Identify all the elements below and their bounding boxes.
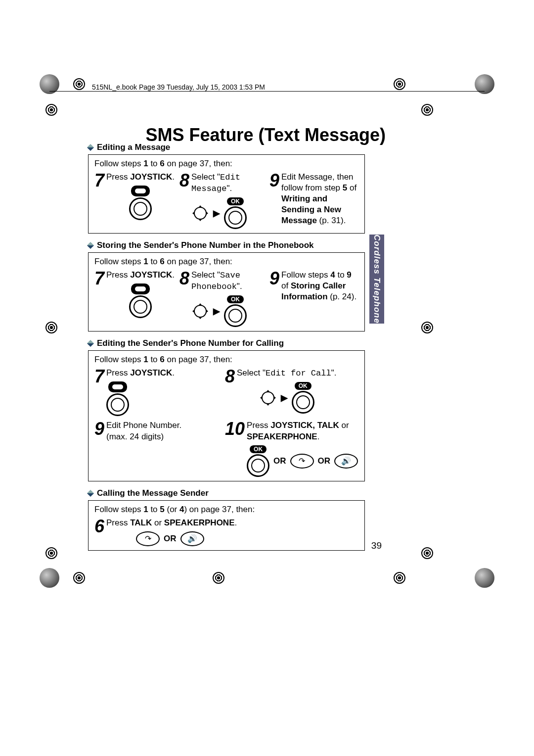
ok-badge: OK — [250, 445, 267, 453]
intro-text: Follow steps 1 to 6 on page 37, then: — [94, 257, 358, 267]
crop-mark — [213, 572, 224, 584]
section-title: Editing a Message — [97, 142, 170, 152]
crop-ball — [40, 568, 59, 588]
joystick-icon — [106, 186, 175, 220]
section-header-edit: Editing a Message — [88, 142, 365, 152]
nav-ok-icon: ▶ OK — [191, 295, 268, 327]
svg-point-2 — [262, 392, 274, 404]
page-number: 39 — [371, 540, 382, 551]
step-8: 8 Select "Save Phonebook". ▶ OK — [179, 270, 268, 327]
content-area: Editing a Message Follow steps 1 to 6 on… — [88, 136, 365, 551]
step-text: Press JOYSTICK. — [106, 270, 175, 281]
step-text: Edit Phone Number. (max. 24 digits) — [106, 420, 181, 442]
crop-mark — [421, 322, 433, 333]
steps-row: 7 Press JOYSTICK. 8 Select "Edit for Cal… — [94, 368, 358, 416]
step-9: 9 Follow steps 4 to 9 of Storing Caller … — [269, 270, 358, 327]
step-text: Select "Edit Message". — [191, 172, 268, 194]
or-label: OR — [318, 456, 331, 466]
step-number: 7 — [94, 172, 104, 189]
step-number: 9 — [94, 420, 104, 438]
crop-mark — [73, 572, 85, 584]
speakerphone-key-icon: 🔊 — [334, 454, 358, 469]
step-number: 8 — [225, 368, 235, 385]
intro-text: Follow steps 1 to 6 on page 37, then: — [94, 159, 358, 169]
ok-badge: OK — [295, 382, 312, 390]
joystick-icon — [106, 284, 175, 318]
steps-row: 7 Press JOYSTICK. 8 Select "Save Phonebo… — [94, 270, 358, 327]
talk-key-icon: ↷ — [290, 454, 314, 469]
step-8: 8 Select "Edit Message". ▶ OK — [179, 172, 268, 229]
step-6: 6 Press TALK or SPEAKERPHONE. ↷ OR 🔊 — [94, 518, 237, 546]
section-box-store: Follow steps 1 to 6 on page 37, then: 7 … — [88, 252, 365, 331]
step-number: 9 — [269, 172, 279, 189]
ok-badge: OK — [227, 197, 244, 205]
section-box-editcall: Follow steps 1 to 6 on page 37, then: 7 … — [88, 350, 365, 481]
steps-row: 7 Press JOYSTICK. 8 Select "Edit Message… — [94, 172, 358, 229]
svg-point-0 — [194, 207, 206, 219]
joystick-icon — [106, 381, 175, 416]
step-7: 7 Press JOYSTICK. — [94, 368, 223, 416]
step-text: Press JOYSTICK. — [106, 368, 175, 378]
step-7: 7 Press JOYSTICK. — [94, 270, 178, 327]
speakerphone-key-icon: 🔊 — [180, 531, 204, 546]
header-underline — [49, 91, 485, 92]
step-8: 8 Select "Edit for Call". ▶ OK — [225, 368, 358, 416]
section-title: Storing the Sender's Phone Number in the… — [97, 240, 314, 250]
nav-ok-icon: ▶ OK — [191, 197, 268, 229]
step-number: 7 — [94, 368, 104, 385]
section-title: Editing the Sender's Phone Number for Ca… — [97, 338, 284, 348]
ok-badge: OK — [227, 295, 244, 303]
diamond-icon — [87, 144, 94, 151]
section-title: Calling the Message Sender — [97, 488, 209, 498]
step-9: 9 Edit Message, then follow from step 5 … — [269, 172, 358, 229]
step-number: 7 — [94, 270, 104, 287]
section-header-editcall: Editing the Sender's Phone Number for Ca… — [88, 338, 365, 348]
step-text: Press JOYSTICK. — [106, 172, 175, 183]
crop-mark — [394, 572, 405, 584]
crop-mark — [73, 78, 85, 90]
step-number: 8 — [179, 270, 189, 287]
crop-mark — [45, 322, 57, 333]
crop-mark — [421, 547, 433, 559]
step-number: 6 — [94, 518, 104, 535]
steps-row: 6 Press TALK or SPEAKERPHONE. ↷ OR 🔊 — [94, 518, 358, 546]
crop-mark — [45, 104, 57, 116]
section-tab-label: Cordless Telephone — [372, 235, 382, 324]
svg-point-1 — [194, 305, 206, 317]
step-number: 8 — [179, 172, 189, 189]
step-text: Select "Save Phonebook". — [191, 270, 268, 292]
step-number: 10 — [225, 420, 245, 438]
or-label: OR — [164, 534, 177, 544]
crop-mark — [421, 104, 433, 116]
diamond-icon — [87, 340, 94, 347]
section-header-store: Storing the Sender's Phone Number in the… — [88, 240, 365, 250]
nav-ok-icon: ▶ OK — [237, 382, 336, 414]
step-text: Select "Edit for Call". — [237, 368, 336, 379]
crop-mark — [394, 78, 405, 90]
step-text: Press TALK or SPEAKERPHONE. — [106, 518, 237, 528]
talk-or-speaker: ↷ OR 🔊 — [136, 531, 237, 546]
step-number: 9 — [269, 270, 279, 287]
section-header-call: Calling the Message Sender — [88, 488, 365, 498]
step-text: Press JOYSTICK, TALK or SPEAKERPHONE. — [247, 420, 358, 442]
diamond-icon — [87, 490, 94, 497]
step-9: 9 Edit Phone Number. (max. 24 digits) — [94, 420, 223, 476]
step-text: Edit Message, then follow from step 5 of… — [281, 172, 358, 226]
crop-mark — [45, 547, 57, 559]
step-text: Follow steps 4 to 9 of Storing Caller In… — [281, 270, 358, 302]
or-label: OR — [273, 456, 286, 466]
intro-text: Follow steps 1 to 5 (or 4) on page 37, t… — [94, 505, 358, 515]
book-header: 515NL_e.book Page 39 Tuesday, July 15, 2… — [92, 83, 265, 91]
intro-text: Follow steps 1 to 6 on page 37, then: — [94, 355, 358, 365]
section-box-edit: Follow steps 1 to 6 on page 37, then: 7 … — [88, 154, 365, 234]
crop-ball — [475, 568, 494, 588]
step-10: 10 Press JOYSTICK, TALK or SPEAKERPHONE.… — [225, 420, 358, 476]
step-7: 7 Press JOYSTICK. — [94, 172, 178, 229]
section-tab: Cordless Telephone — [369, 235, 384, 324]
arrow-right-icon: ▶ — [213, 208, 220, 219]
page: 515NL_e.book Page 39 Tuesday, July 15, 2… — [0, 0, 534, 756]
talk-key-icon: ↷ — [136, 531, 160, 546]
section-box-call: Follow steps 1 to 5 (or 4) on page 37, t… — [88, 500, 365, 551]
arrow-right-icon: ▶ — [213, 306, 220, 317]
steps-row: 9 Edit Phone Number. (max. 24 digits) 10… — [94, 420, 358, 476]
